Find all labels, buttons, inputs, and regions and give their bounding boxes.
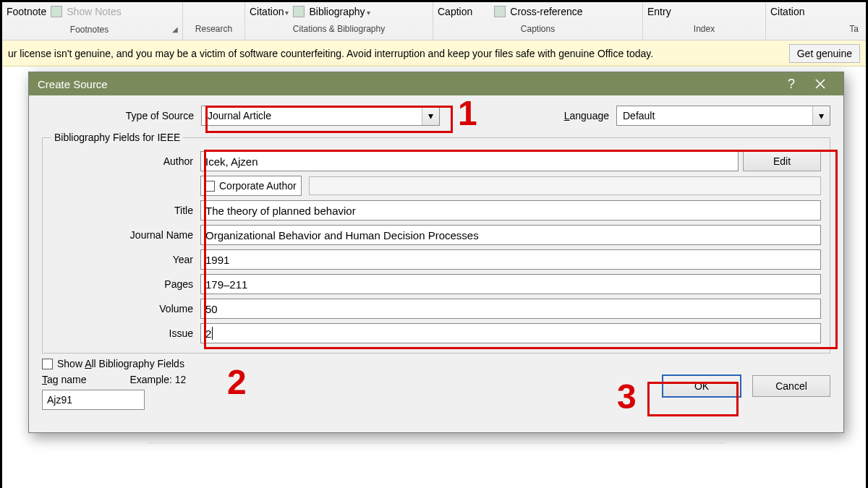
issue-label: Issue	[51, 328, 200, 339]
year-input[interactable]: 1991	[200, 249, 821, 270]
author-input[interactable]: Icek, Ajzen	[200, 151, 739, 171]
get-genuine-button[interactable]: Get genuine	[789, 44, 860, 63]
author-label: Author	[51, 155, 200, 167]
screenshot-frame: Footnote Show Notes Footnotes ◢ Research…	[0, 0, 868, 488]
ribbon-group-label: Captions	[438, 21, 638, 38]
corporate-author-checkbox[interactable]	[204, 181, 215, 192]
dialog-title: Create Source	[38, 78, 108, 90]
ribbon-btn-caption[interactable]: Caption	[438, 6, 472, 17]
ribbon-group-label: Research	[187, 21, 240, 38]
crossref-icon	[494, 6, 506, 17]
edit-author-button[interactable]: Edit	[743, 151, 821, 171]
ribbon-group-label: Index	[647, 21, 761, 38]
ribbon-btn-entry[interactable]: Entry	[647, 6, 671, 17]
fieldset-legend: Bibliography Fields for IEEE	[51, 132, 183, 143]
ribbon-group-toa: Citation Ta	[766, 2, 866, 40]
tag-name-label: Tag name	[42, 374, 86, 385]
corporate-author-input[interactable]	[309, 176, 821, 195]
notes-icon	[51, 6, 62, 17]
language-combo[interactable]: Default ▾	[616, 106, 830, 126]
ribbon-btn-bibliography[interactable]: Bibliography▾	[309, 6, 370, 17]
ok-button[interactable]: OK	[663, 375, 741, 397]
create-source-dialog: Create Source ? Type of Source Journal A…	[28, 72, 844, 433]
year-label: Year	[51, 254, 200, 265]
journal-input[interactable]: Organizational Behavior and Human Decisi…	[200, 225, 821, 245]
bibliography-icon	[293, 6, 305, 17]
chevron-down-icon[interactable]: ▾	[812, 106, 830, 125]
ribbon-group-footnotes: Footnote Show Notes Footnotes ◢	[2, 2, 183, 40]
show-all-checkbox[interactable]	[42, 359, 53, 369]
language-label: Language	[564, 110, 616, 121]
help-button[interactable]: ?	[777, 72, 806, 95]
title-label: Title	[51, 205, 200, 216]
volume-label: Volume	[51, 303, 200, 314]
text-caret	[212, 327, 213, 340]
type-of-source-combo[interactable]: Journal Article ▾	[201, 106, 440, 126]
page	[147, 442, 726, 488]
pages-label: Pages	[51, 278, 200, 290]
ribbon-group-index: Entry Index	[643, 2, 766, 40]
show-all-label: Show All Bibliography Fields	[57, 358, 184, 369]
ribbon-group-captions: Caption Cross-reference Captions	[433, 2, 643, 40]
dialog-launcher-icon[interactable]: ◢	[172, 22, 178, 38]
ribbon-group-label: Citations & Bibliography	[250, 21, 428, 38]
license-banner: ur license isn't genuine, and you may be…	[2, 40, 866, 67]
ribbon-group-label: Ta	[770, 21, 861, 38]
ribbon-btn-citation[interactable]: Citation▾	[250, 6, 289, 17]
tag-name-input[interactable]: Ajz91	[42, 390, 145, 410]
type-of-source-value: Journal Article	[202, 110, 277, 121]
ribbon: Footnote Show Notes Footnotes ◢ Research…	[2, 2, 866, 40]
ribbon-btn-crossref[interactable]: Cross-reference	[510, 6, 582, 17]
close-icon	[815, 79, 825, 89]
pages-input[interactable]: 179–211	[200, 274, 821, 294]
ribbon-group-research: Research	[183, 2, 245, 40]
language-value: Default	[617, 110, 660, 121]
ribbon-btn-footnote[interactable]: Footnote	[7, 6, 46, 17]
close-button[interactable]	[806, 72, 835, 95]
show-all-fields-row[interactable]: Show All Bibliography Fields	[42, 358, 186, 369]
bibliography-fieldset: Bibliography Fields for IEEE Author Icek…	[42, 132, 830, 354]
ribbon-group-citations: Citation▾ Bibliography▾ Citations & Bibl…	[245, 2, 433, 40]
chevron-down-icon[interactable]: ▾	[422, 106, 439, 125]
ribbon-btn-citation2[interactable]: Citation	[770, 6, 804, 17]
tag-example: Example: 12	[129, 374, 186, 385]
cancel-button[interactable]: Cancel	[752, 375, 830, 397]
type-of-source-label: Type of Source	[42, 110, 201, 121]
title-input[interactable]: The theory of planned behavior	[200, 200, 821, 221]
volume-input[interactable]: 50	[200, 299, 821, 319]
corporate-author-label: Corporate Author	[219, 180, 297, 192]
journal-label: Journal Name	[51, 229, 200, 241]
dialog-titlebar[interactable]: Create Source ?	[29, 72, 843, 95]
ribbon-group-label: Footnotes	[7, 22, 172, 38]
issue-input[interactable]: 2	[200, 323, 821, 343]
ribbon-btn-show-notes: Show Notes	[67, 6, 121, 17]
banner-text: ur license isn't genuine, and you may be…	[8, 48, 653, 59]
